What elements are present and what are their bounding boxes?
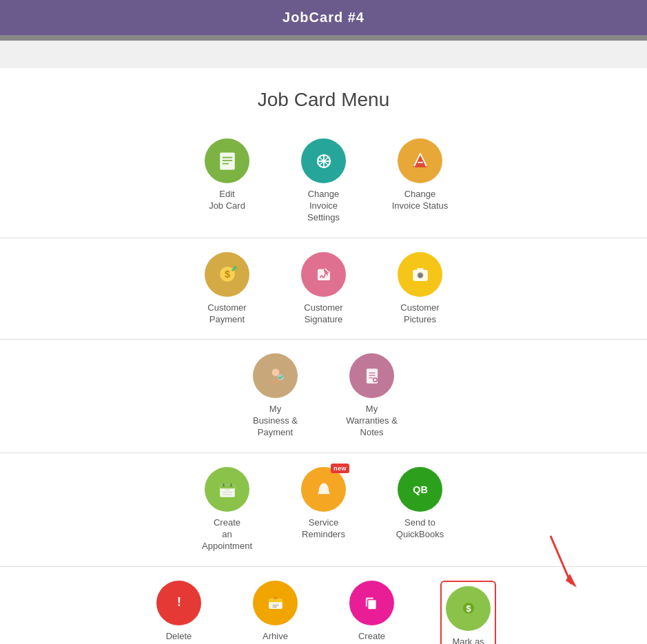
mark-as-paid-wrapper: $ Mark asPaid (440, 581, 496, 644)
customer-signature-label: CustomerSignature (304, 302, 342, 326)
archive-jobcard-icon (253, 581, 298, 625)
create-appointment-icon (205, 467, 249, 512)
archive-jobcard-item[interactable]: ArhiveJobCard (245, 581, 307, 644)
change-invoice-status-icon (398, 138, 442, 183)
change-invoice-settings-label: ChangeInvoice Settings (293, 189, 355, 224)
create-appointment-item[interactable]: CreateanAppointment (196, 467, 258, 552)
send-quickbooks-icon: QB (398, 467, 442, 512)
new-badge: new (331, 464, 349, 473)
svg-point-36 (322, 481, 325, 484)
header-title: JobCard #4 (283, 10, 364, 25)
mark-as-paid-item[interactable]: $ Mark asPaid (438, 581, 500, 644)
customer-pictures-label: CustomerPictures (400, 302, 439, 326)
my-business-payment-label: MyBusiness &Payment (253, 404, 298, 439)
mark-as-paid-label: Mark asPaid (452, 636, 484, 644)
my-warranties-notes-item[interactable]: MyWarranties &Notes (341, 353, 403, 439)
my-business-payment-icon (253, 353, 298, 398)
edit-jobcard-icon (205, 138, 249, 183)
customer-pictures-icon (398, 252, 442, 297)
service-reminders-icon: new (301, 467, 346, 512)
create-appointment-label: CreateanAppointment (202, 517, 252, 552)
svg-point-19 (418, 273, 422, 278)
my-warranties-notes-icon (349, 353, 394, 398)
create-duplicate-label: CreateDuplicate (353, 631, 390, 644)
send-quickbooks-label: Send toQuickBooks (396, 517, 444, 541)
customer-signature-item[interactable]: CustomerSignature (293, 252, 355, 326)
svg-rect-20 (417, 268, 423, 271)
top-spacer (0, 41, 647, 68)
svg-point-28 (373, 379, 376, 382)
change-invoice-status-item[interactable]: ChangeInvoice Status (389, 138, 451, 224)
change-invoice-settings-icon (301, 138, 346, 183)
change-invoice-settings-item[interactable]: ChangeInvoice Settings (293, 138, 355, 224)
service-reminders-item[interactable]: new ServiceReminders (293, 467, 355, 552)
svg-rect-44 (269, 599, 283, 603)
red-arrow (509, 529, 592, 598)
svg-text:$: $ (224, 269, 229, 280)
customer-signature-icon (301, 252, 346, 297)
svg-text:$: $ (466, 604, 471, 614)
svg-point-21 (271, 368, 279, 376)
change-invoice-status-label: ChangeInvoice Status (392, 189, 449, 212)
mark-as-paid-icon: $ (446, 586, 491, 631)
archive-jobcard-label: ArhiveJobCard (258, 631, 292, 644)
page-title: Job Card Menu (0, 68, 647, 125)
customer-payment-label: CustomerPayment (207, 302, 246, 326)
delete-jobcard-item[interactable]: ! DeleteJobCard (148, 581, 210, 644)
send-quickbooks-item[interactable]: QB Send toQuickBooks (389, 467, 451, 552)
edit-jobcard-item[interactable]: EditJob Card (196, 138, 258, 224)
svg-text:!: ! (177, 596, 181, 610)
page-header: JobCard #4 (0, 0, 647, 35)
customer-payment-item[interactable]: $ CustomerPayment (196, 252, 258, 326)
edit-jobcard-label: EditJob Card (209, 189, 245, 212)
service-reminders-label: ServiceReminders (302, 517, 345, 541)
delete-jobcard-label: DeleteJobCard (162, 631, 196, 644)
svg-text:QB: QB (413, 484, 428, 495)
my-warranties-notes-label: MyWarranties &Notes (346, 404, 398, 439)
delete-jobcard-icon: ! (156, 581, 201, 625)
customer-pictures-item[interactable]: CustomerPictures (389, 252, 451, 326)
subheader-bar (0, 35, 647, 41)
customer-payment-icon: $ (205, 252, 249, 297)
svg-rect-30 (220, 484, 235, 488)
row5-container: ! DeleteJobCard ArhiveJobCard (0, 567, 647, 644)
menu-row-1: EditJob Card ChangeInvoice Settings (0, 125, 647, 238)
create-duplicate-icon (349, 581, 394, 625)
svg-rect-49 (367, 600, 376, 610)
my-business-payment-item[interactable]: MyBusiness &Payment (245, 353, 307, 439)
menu-row-3: MyBusiness &Payment MyWarranties &Notes (0, 340, 647, 453)
create-duplicate-item[interactable]: CreateDuplicate (341, 581, 403, 644)
content-area: Job Card Menu EditJob Card (0, 68, 647, 644)
menu-row-2: $ CustomerPayment CustomerSignature (0, 238, 647, 340)
